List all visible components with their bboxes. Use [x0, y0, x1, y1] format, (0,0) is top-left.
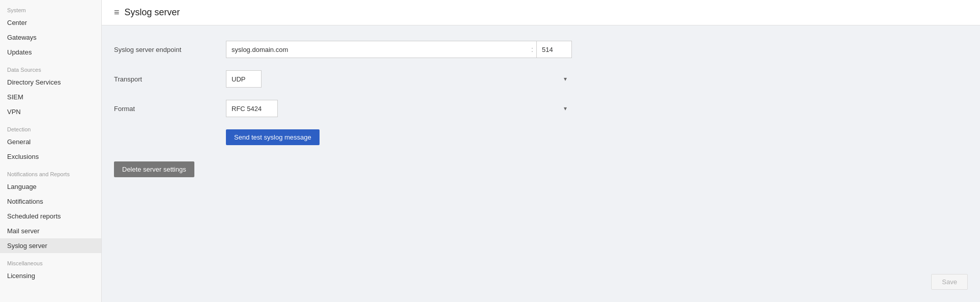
format-select-wrapper: RFC 5424RFC 3164CEF — [226, 100, 572, 117]
page-icon: ≡ — [114, 7, 120, 18]
format-row: Format RFC 5424RFC 3164CEF — [114, 100, 572, 117]
endpoint-input[interactable] — [226, 41, 528, 58]
endpoint-control-group: : — [226, 41, 572, 58]
format-label: Format — [114, 105, 226, 113]
sidebar-item-language[interactable]: Language — [0, 179, 101, 194]
form-section: Syslog server endpoint : Transport UDPTC… — [114, 41, 572, 177]
sidebar-item-syslog-server[interactable]: Syslog server — [0, 238, 101, 253]
delete-button[interactable]: Delete server settings — [114, 161, 194, 177]
sidebar-item-siem[interactable]: SIEM — [0, 90, 101, 104]
sidebar-item-updates[interactable]: Updates — [0, 45, 101, 60]
sidebar-item-general[interactable]: General — [0, 134, 101, 149]
endpoint-label: Syslog server endpoint — [114, 46, 226, 53]
sidebar-item-directory-services[interactable]: Directory Services — [0, 75, 101, 90]
send-test-button[interactable]: Send test syslog message — [226, 129, 320, 145]
sidebar-section-data-sources: Data Sources — [0, 60, 101, 75]
sidebar-item-center[interactable]: Center — [0, 15, 101, 30]
sidebar-section-system: System — [0, 0, 101, 15]
page-header: ≡ Syslog server — [102, 0, 980, 25]
actions-row: Delete server settings — [114, 161, 572, 177]
sidebar-section-notifications-and-reports: Notifications and Reports — [0, 164, 101, 179]
page-body: Syslog server endpoint : Transport UDPTC… — [102, 25, 980, 302]
sidebar-item-mail-server[interactable]: Mail server — [0, 224, 101, 238]
transport-label: Transport — [114, 75, 226, 83]
sidebar: SystemCenterGatewaysUpdatesData SourcesD… — [0, 0, 102, 302]
format-select[interactable]: RFC 5424RFC 3164CEF — [226, 100, 278, 117]
sidebar-item-notifications[interactable]: Notifications — [0, 194, 101, 209]
transport-row: Transport UDPTCPTLS — [114, 70, 572, 88]
page-title: Syslog server — [125, 7, 180, 18]
sidebar-item-licensing[interactable]: Licensing — [0, 268, 101, 283]
transport-select-wrapper: UDPTCPTLS — [226, 70, 572, 88]
sidebar-item-exclusions[interactable]: Exclusions — [0, 149, 101, 164]
sidebar-section-detection: Detection — [0, 119, 101, 134]
sidebar-section-miscellaneous: Miscellaneous — [0, 253, 101, 268]
main-content: ≡ Syslog server Syslog server endpoint :… — [102, 0, 980, 302]
endpoint-row: Syslog server endpoint : — [114, 41, 572, 58]
sidebar-item-scheduled-reports[interactable]: Scheduled reports — [0, 209, 101, 224]
transport-select[interactable]: UDPTCPTLS — [226, 70, 262, 88]
save-button[interactable]: Save — [931, 274, 968, 290]
sidebar-item-vpn[interactable]: VPN — [0, 104, 101, 119]
port-separator-icon: : — [528, 41, 536, 58]
port-input[interactable] — [536, 41, 572, 58]
sidebar-item-gateways[interactable]: Gateways — [0, 30, 101, 45]
